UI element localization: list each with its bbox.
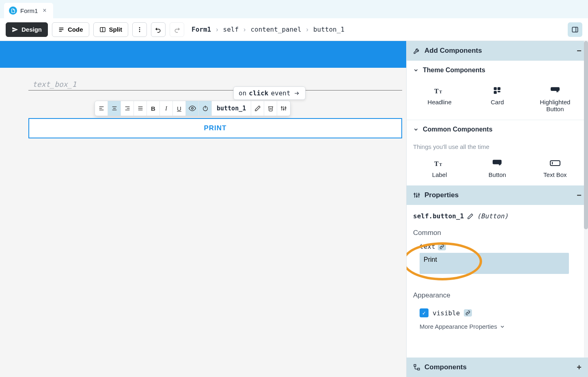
chevron-down-icon bbox=[413, 67, 419, 73]
chevron-down-icon bbox=[413, 127, 419, 132]
svg-text:T: T bbox=[439, 162, 442, 167]
svg-text:T: T bbox=[434, 88, 439, 95]
visible-toggle-button[interactable] bbox=[186, 101, 199, 116]
app-bar bbox=[0, 41, 406, 68]
undo-button[interactable] bbox=[151, 22, 166, 37]
link-icon[interactable] bbox=[464, 309, 472, 317]
breadcrumb-self[interactable]: self bbox=[223, 26, 239, 33]
svg-rect-8 bbox=[572, 27, 578, 32]
theme-components-header[interactable]: Theme Components bbox=[407, 60, 588, 79]
button-1[interactable]: PRINT bbox=[28, 118, 402, 138]
link-icon[interactable] bbox=[438, 243, 446, 250]
svg-point-23 bbox=[191, 108, 193, 110]
component-label[interactable]: TT Label bbox=[415, 157, 464, 178]
delete-button[interactable] bbox=[264, 101, 277, 116]
italic-button[interactable]: I bbox=[160, 101, 173, 116]
more-appearance-link[interactable]: More Appearance Properties bbox=[412, 321, 582, 332]
selected-component-name: button_1 bbox=[212, 101, 251, 116]
common-section-label: Common bbox=[413, 229, 582, 237]
component-text-box[interactable]: Text Box bbox=[531, 157, 579, 178]
minus-icon[interactable]: − bbox=[577, 191, 582, 200]
selection-toolbar: B I U button_1 bbox=[95, 101, 291, 116]
svg-rect-36 bbox=[494, 91, 497, 94]
svg-rect-37 bbox=[498, 91, 500, 93]
minus-icon[interactable]: − bbox=[577, 46, 582, 56]
design-button[interactable]: Design bbox=[6, 22, 48, 37]
components-footer-header[interactable]: Components + bbox=[407, 358, 588, 377]
chevron-right-icon: › bbox=[306, 26, 308, 33]
plus-icon[interactable]: + bbox=[577, 363, 582, 372]
scrollbar-thumb[interactable] bbox=[584, 41, 588, 229]
breadcrumb-button-1[interactable]: button_1 bbox=[313, 26, 345, 33]
chevron-down-icon bbox=[500, 324, 505, 330]
visible-checkbox[interactable]: ✓ bbox=[420, 308, 429, 317]
align-justify-button[interactable] bbox=[134, 101, 147, 116]
svg-text:T: T bbox=[434, 160, 439, 168]
undo-icon bbox=[155, 26, 162, 33]
component-button[interactable]: Button bbox=[473, 157, 521, 178]
list-icon bbox=[58, 26, 65, 33]
text-property-label: text bbox=[420, 243, 435, 250]
svg-rect-35 bbox=[498, 87, 500, 90]
bold-button[interactable]: B bbox=[147, 101, 160, 116]
design-canvas[interactable]: text_box_1 on click event B I U button_1 bbox=[0, 41, 406, 377]
split-button[interactable]: Split bbox=[93, 22, 129, 37]
svg-text:T: T bbox=[439, 90, 442, 94]
dots-vertical-icon bbox=[136, 26, 143, 33]
breadcrumb: Form1 › self › content_panel › button_1 bbox=[192, 26, 345, 33]
text-property-input[interactable] bbox=[420, 253, 569, 274]
svg-rect-42 bbox=[550, 161, 560, 166]
component-headline[interactable]: TT Headline bbox=[415, 85, 464, 112]
breadcrumb-content-panel[interactable]: content_panel bbox=[250, 26, 301, 33]
text-size-icon: TT bbox=[434, 85, 445, 96]
svg-point-6 bbox=[139, 29, 140, 30]
visible-property-row: ✓ visible bbox=[412, 305, 582, 321]
align-left-button[interactable] bbox=[95, 101, 108, 116]
text-property-row: text bbox=[412, 243, 582, 279]
align-right-button[interactable] bbox=[121, 101, 134, 116]
close-icon[interactable]: × bbox=[41, 7, 48, 14]
click-event-hint[interactable]: on click event bbox=[233, 86, 306, 100]
selected-element-identity: self.button_1 (Button) bbox=[412, 211, 582, 226]
sliders-icon bbox=[413, 192, 420, 199]
svg-point-31 bbox=[285, 107, 286, 108]
add-components-header[interactable]: Add Components − bbox=[407, 41, 588, 60]
redo-button[interactable] bbox=[170, 22, 184, 37]
tree-icon bbox=[413, 364, 420, 371]
arrow-right-icon bbox=[293, 90, 300, 96]
more-button[interactable] bbox=[132, 22, 147, 37]
svg-point-7 bbox=[139, 31, 140, 32]
text-size-icon: TT bbox=[434, 157, 445, 169]
toolbar: Design Code Split Form1 › self › content… bbox=[0, 18, 588, 41]
pencil-icon[interactable] bbox=[467, 213, 474, 220]
svg-point-5 bbox=[139, 27, 140, 28]
tab-form1[interactable]: Form1 × bbox=[4, 3, 53, 18]
svg-rect-51 bbox=[418, 368, 420, 370]
chevron-right-icon: › bbox=[243, 26, 246, 33]
svg-rect-50 bbox=[414, 364, 416, 366]
wrench-icon bbox=[413, 47, 420, 54]
common-hint: Things you'll use all the time bbox=[407, 138, 588, 152]
breadcrumb-root[interactable]: Form1 bbox=[192, 26, 211, 33]
svg-point-30 bbox=[283, 109, 284, 110]
code-button[interactable]: Code bbox=[52, 22, 89, 37]
align-center-button[interactable] bbox=[108, 101, 121, 116]
underline-button[interactable]: U bbox=[173, 101, 186, 116]
edit-button[interactable] bbox=[251, 101, 264, 116]
svg-point-49 bbox=[418, 194, 420, 195]
enabled-toggle-button[interactable] bbox=[199, 101, 212, 116]
form-icon bbox=[9, 6, 17, 15]
settings-button[interactable] bbox=[277, 101, 290, 116]
split-icon bbox=[99, 26, 106, 33]
common-components-header[interactable]: Common Components bbox=[407, 120, 588, 138]
component-highlighted-button[interactable]: Highlighted Button bbox=[531, 85, 579, 112]
panel-toggle-button[interactable] bbox=[568, 22, 582, 37]
appearance-section-label: Appearance bbox=[413, 291, 582, 299]
component-card[interactable]: Card bbox=[473, 85, 521, 112]
tab-strip: Form1 × bbox=[0, 0, 588, 18]
chevron-right-icon: › bbox=[216, 26, 218, 33]
properties-header[interactable]: Properties − bbox=[407, 185, 588, 205]
tab-label: Form1 bbox=[20, 7, 38, 14]
text-box-1[interactable]: text_box_1 bbox=[28, 68, 402, 90]
svg-point-48 bbox=[416, 196, 418, 197]
